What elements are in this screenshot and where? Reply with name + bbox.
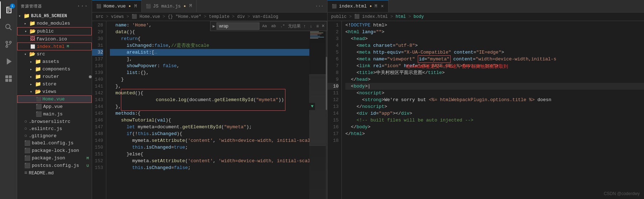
code-line-2: <html lang=""> [345,29,644,35]
code-line-145: methods:{ [110,110,309,117]
find-expand-icon[interactable]: ▶ [213,24,215,29]
svg-rect-2 [6,13,11,13]
tabs-overflow-menu[interactable]: ··· [312,4,327,9]
code-line-1: <!DOCTYPE html> [345,22,644,29]
sidebar-item-eslintrc[interactable]: ○ .eslintrc.js [17,125,92,132]
left-editor-body: ▶ Aa ab .* 无结果 ↑ ↓ ≡ × 28 29 30 31 32 13… [92,21,327,199]
project-name: BJLG_H5_SCREEN [31,14,67,19]
sidebar-item-public[interactable]: ▾ 📂 public [17,27,92,35]
sidebar-item-postcss[interactable]: ⬛ postcss.config.js U [17,162,92,169]
left-code-area: name: 'Home', data(){ return{ isChanged:… [106,21,309,199]
code-line-139: list:{}, [110,69,309,76]
tree-label: Home.vue [42,96,65,102]
sidebar-item-assets[interactable]: ▸ 📁 assets [17,58,92,65]
code-line-6: <meta name="viewport" id="mymeta" conten… [345,56,644,63]
breadcrumb-text: src > views > ⬛ Home.vue > {} "Home.vue"… [96,14,278,19]
tree-label: router [42,74,59,79]
code-line-14: <div id="app"></div> [345,110,644,117]
sidebar-item-components[interactable]: ▸ 📁 components [17,65,92,73]
code-line-10: <body>| [345,83,644,90]
find-prev-button[interactable]: ↑ [302,23,307,29]
find-whole-word[interactable]: ab [270,24,277,29]
find-result: 无结果 [288,23,301,29]
vue-file-icon: ⬛ [36,97,41,101]
debug-activity-icon[interactable] [0,53,17,70]
folder-icon: 📁 [35,66,41,72]
tree-label: node_modules [37,21,70,26]
code-line-150: this.isChanged=true; [110,144,309,151]
tab-m-label: M [375,4,377,9]
tree-label: package.json [32,155,65,161]
tab-modified-indicator: ● [370,4,372,8]
code-line-146: showTutorial(val){ [110,117,309,124]
code-line-143: console.log(document.getElementById("mym… [110,96,309,103]
tab-index-html[interactable]: ⬛ index.html ● M × [328,0,389,13]
tab-main-js[interactable]: ⬛ JS main.js ● M [142,0,197,13]
code-line-148: if(!this.isChanged){ [110,130,309,137]
code-line-5: <meta http-equiv="X-UA-Compatible" conte… [345,49,644,56]
left-editor-tabs: ⬛ Home.vue ● M ⬛ JS main.js ● M ··· [92,0,327,13]
sidebar-item-readme[interactable]: ≡ README.md [17,169,92,176]
find-case-sensitive[interactable]: Aa [261,24,268,29]
project-root[interactable]: ▾ 📁 BJLG_H5_SCREEN [17,12,92,20]
sidebar-item-router[interactable]: ▸ 📁 router [17,73,92,80]
sidebar-item-node_modules[interactable]: ▸ 📁 node_modules [17,20,92,27]
sidebar-item-package-json[interactable]: ⬛ package.json M [17,154,92,162]
js-file-icon: ⬛ [24,140,30,146]
code-line-32: areaList:[… [110,49,309,56]
search-activity-icon[interactable] [0,19,17,36]
left-breadcrumb: src > views > ⬛ Home.vue > {} "Home.vue"… [92,13,327,21]
folder-open-icon: 📂 [30,28,36,34]
source-control-activity-icon[interactable] [0,36,17,53]
svg-rect-4 [7,8,10,9]
tab-close-button[interactable]: × [381,4,384,9]
image-icon: 🖼 [30,36,35,42]
sidebar-item-store[interactable]: ▸ 📁 store [17,80,92,88]
find-regex[interactable]: .* [279,24,286,29]
sidebar-item-favicon[interactable]: 🖼 favicon.ico [17,35,92,43]
sidebar-item-main-js[interactable]: ⬛ main.js [17,110,92,118]
sidebar-item-views[interactable]: ▾ 📂 views [17,88,92,95]
folder-icon: 📁 [35,59,41,65]
tree-label: postcss.config.js [32,163,79,168]
code-line-137: ], [110,56,309,63]
sidebar-item-package-lock[interactable]: ⬛ package-lock.json [17,147,92,154]
right-editor-pane: ⬛ index.html ● M × public > ⬛ index.html… [328,0,644,199]
tab-label: JS main.js [153,4,181,9]
extensions-activity-icon[interactable] [0,70,17,87]
tree-label: index.html [37,44,65,49]
left-minimap: ▼ [309,21,327,199]
find-bar: ▶ Aa ab .* 无结果 ↑ ↓ ≡ × [210,21,327,31]
dot-file-icon: ○ [24,126,27,131]
dot-file-icon: ○ [24,119,27,124]
find-next-button[interactable]: ↓ [309,23,314,29]
files-activity-icon[interactable]: 1 [0,1,17,19]
sidebar-item-home-vue[interactable]: ⬛ Home.vue [17,95,92,103]
svg-rect-5 [7,10,10,10]
tab-home-vue[interactable]: ⬛ Home.vue ● M [92,0,142,13]
find-options-button[interactable]: ≡ [315,23,320,29]
find-close-button[interactable]: × [322,23,325,29]
sidebar-item-src[interactable]: ▾ 📂 src [17,50,92,58]
folder-icon: 📁 [35,81,41,87]
tree-label: README.md [29,170,54,176]
code-line-13: </noscript> [345,103,644,110]
sidebar-item-app-vue[interactable]: ⬛ App.vue [17,103,92,110]
minimap-content [309,21,327,199]
sidebar-item-gitignore[interactable]: ○ .gitignore [17,132,92,139]
tree-label: App.vue [43,104,63,109]
folder-icon: 📁 [35,74,41,80]
minimap-scrollbar-thumb[interactable] [326,57,327,110]
sidebar-more-button[interactable]: ··· [77,3,88,9]
sidebar-item-index-html[interactable]: ⬜ index.html M [17,43,92,50]
sidebar-item-browserslistrc[interactable]: ○ .browserslistrc [17,118,92,125]
minimap-chevron[interactable]: ▼ [309,103,315,110]
code-line-4: <meta charset="utf-8"> [345,42,644,49]
sidebar-item-babel-config[interactable]: ⬛ babel.config.js [17,139,92,147]
code-line-31: isChanged:false,//是否改变scale [110,42,309,49]
code-line-18 [345,137,644,144]
find-input[interactable] [217,23,259,30]
tree-label: .gitignore [29,133,56,139]
tree-label: assets [42,59,59,64]
code-line-15: <!-- built files will be auto injected -… [345,117,644,124]
